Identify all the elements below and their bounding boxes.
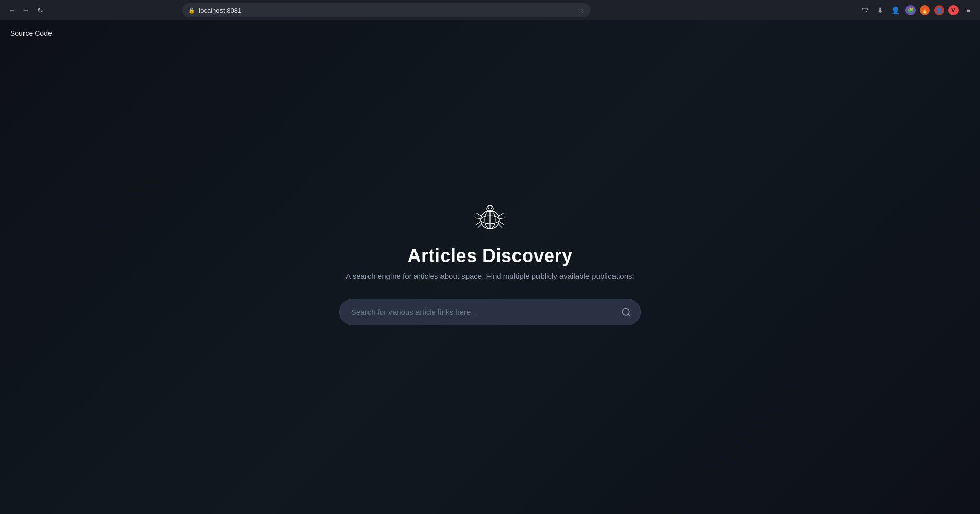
search-icon bbox=[621, 307, 631, 317]
source-code-link[interactable]: Source Code bbox=[10, 29, 52, 37]
svg-line-12 bbox=[499, 218, 505, 219]
browser-right-icons: 🛡 ⬇ 👤 🧩 🔥 👤 V ≡ bbox=[860, 5, 974, 16]
svg-line-8 bbox=[475, 218, 481, 219]
svg-line-10 bbox=[478, 224, 482, 228]
extension-person-icon[interactable]: 👤 bbox=[934, 5, 944, 15]
svg-point-6 bbox=[491, 207, 492, 208]
svg-line-17 bbox=[628, 314, 630, 316]
download-icon[interactable]: ⬇ bbox=[875, 5, 886, 16]
top-nav: Source Code bbox=[0, 20, 980, 46]
svg-line-14 bbox=[498, 224, 502, 228]
spider-logo-icon bbox=[470, 194, 510, 235]
refresh-button[interactable]: ↻ bbox=[35, 5, 46, 16]
extension-puzzle-icon[interactable]: 🧩 bbox=[905, 5, 916, 15]
shield-icon[interactable]: 🛡 bbox=[860, 5, 871, 16]
address-bar[interactable]: 🔒 localhost:8081 ☆ bbox=[182, 3, 591, 17]
extension-fire-icon[interactable]: 🔥 bbox=[920, 5, 930, 15]
url-text: localhost:8081 bbox=[199, 7, 575, 14]
app-subtitle: A search engine for articles about space… bbox=[346, 272, 634, 280]
svg-line-7 bbox=[476, 213, 481, 216]
search-input[interactable] bbox=[339, 299, 641, 325]
account-icon[interactable]: 👤 bbox=[890, 5, 901, 16]
svg-line-11 bbox=[499, 213, 504, 216]
lock-icon: 🔒 bbox=[188, 7, 195, 14]
back-button[interactable]: ← bbox=[6, 5, 17, 16]
browser-nav-buttons: ← → ↻ bbox=[6, 5, 46, 16]
svg-line-13 bbox=[499, 222, 504, 225]
search-container bbox=[339, 299, 641, 325]
logo-container bbox=[470, 194, 510, 237]
vivaldi-icon[interactable]: V bbox=[948, 5, 959, 15]
page-content: Source Code bbox=[0, 20, 980, 514]
forward-button[interactable]: → bbox=[20, 5, 32, 16]
menu-icon[interactable]: ≡ bbox=[963, 5, 974, 16]
svg-point-5 bbox=[488, 207, 489, 208]
main-content: Articles Discovery A search engine for a… bbox=[0, 46, 980, 514]
search-button[interactable] bbox=[619, 305, 633, 319]
browser-chrome: ← → ↻ 🔒 localhost:8081 ☆ 🛡 ⬇ 👤 🧩 🔥 👤 V ≡ bbox=[0, 0, 980, 20]
svg-line-9 bbox=[476, 222, 481, 225]
app-title: Articles Discovery bbox=[407, 245, 572, 267]
bookmark-icon: ☆ bbox=[578, 7, 584, 14]
